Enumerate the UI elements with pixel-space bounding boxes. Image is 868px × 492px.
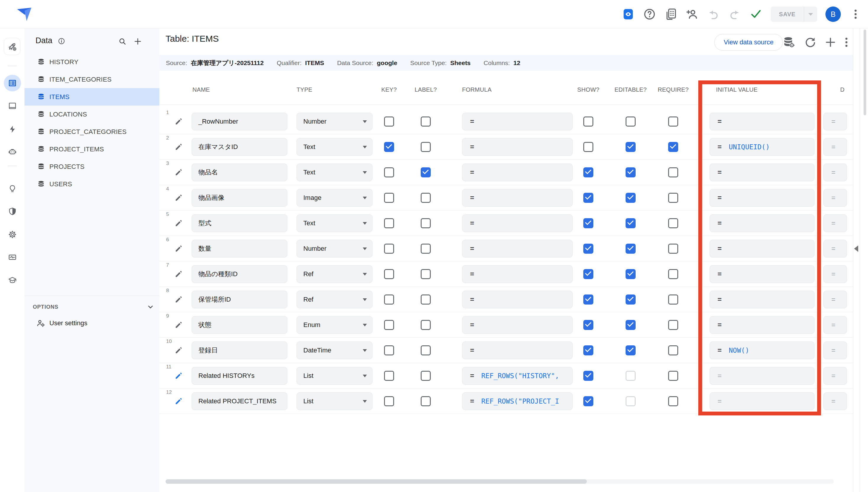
column-name-input[interactable]: 物品画像 [192, 189, 287, 207]
require-checkbox[interactable] [668, 167, 678, 177]
sidebar-table-project_categories[interactable]: PROJECT_CATEGORIES [25, 123, 159, 141]
edit-pencil-icon[interactable] [175, 117, 183, 125]
show-checkbox[interactable] [583, 244, 593, 254]
next-column-input-clipped[interactable]: = [823, 189, 847, 207]
show-checkbox[interactable] [583, 142, 593, 152]
label-checkbox[interactable] [421, 396, 431, 406]
initial-value-input[interactable]: =NOW() [710, 342, 815, 359]
label-checkbox[interactable] [421, 193, 431, 203]
vertical-scrollbar-thumb[interactable] [864, 30, 866, 115]
rail-item-bulb[interactable] [4, 180, 21, 197]
editable-checkbox[interactable] [626, 142, 636, 152]
next-column-input-clipped[interactable]: = [823, 138, 847, 156]
column-name-input[interactable]: 数量 [192, 240, 287, 257]
require-checkbox[interactable] [668, 142, 678, 152]
rail-item-shield[interactable] [4, 203, 21, 220]
show-checkbox[interactable] [583, 371, 593, 381]
edit-pencil-icon[interactable] [175, 270, 183, 278]
editable-checkbox[interactable] [626, 345, 636, 355]
next-column-input-clipped[interactable]: = [823, 113, 847, 130]
key-checkbox[interactable] [384, 295, 394, 304]
column-type-select[interactable]: Text [297, 138, 372, 156]
column-type-select[interactable]: Image [297, 189, 372, 207]
editable-checkbox[interactable] [626, 269, 636, 279]
key-checkbox[interactable] [384, 345, 394, 355]
editable-checkbox[interactable] [626, 117, 636, 126]
initial-value-input[interactable]: = [710, 392, 815, 410]
edit-pencil-icon[interactable] [175, 295, 183, 303]
sidebar-item-user-settings[interactable]: User settings [25, 316, 159, 330]
add-user-icon[interactable] [686, 8, 699, 21]
formula-input[interactable]: =REF_ROWS("PROJECT_I [462, 392, 573, 410]
sidebar-table-locations[interactable]: LOCATIONS [25, 105, 159, 123]
initial-value-input[interactable]: = [710, 164, 815, 181]
show-checkbox[interactable] [583, 396, 593, 406]
initial-value-input[interactable]: = [710, 291, 815, 309]
show-checkbox[interactable] [583, 295, 593, 304]
key-checkbox[interactable] [384, 244, 394, 254]
undo-icon[interactable] [707, 8, 720, 21]
require-checkbox[interactable] [668, 193, 678, 203]
key-checkbox[interactable] [384, 269, 394, 279]
label-checkbox[interactable] [421, 244, 431, 254]
require-checkbox[interactable] [668, 244, 678, 254]
sidebar-table-users[interactable]: USERS [25, 175, 159, 193]
editable-checkbox[interactable] [626, 396, 636, 406]
sidebar-table-projects[interactable]: PROJECTS [25, 158, 159, 175]
avatar[interactable]: B [825, 6, 841, 22]
column-name-input[interactable]: 物品名 [192, 164, 287, 181]
next-column-input-clipped[interactable]: = [823, 367, 847, 385]
formula-input[interactable]: = [462, 291, 573, 309]
initial-value-input[interactable]: = [710, 240, 815, 257]
initial-value-input[interactable]: = [710, 316, 815, 334]
search-icon[interactable] [118, 37, 127, 46]
column-name-input[interactable]: Related HISTORYs [192, 367, 287, 385]
key-checkbox[interactable] [384, 320, 394, 330]
formula-input[interactable]: = [462, 138, 573, 156]
require-checkbox[interactable] [668, 345, 678, 355]
deploy-status-button[interactable] [4, 38, 20, 55]
next-column-input-clipped[interactable]: = [823, 240, 847, 257]
require-checkbox[interactable] [668, 371, 678, 381]
sidebar-table-project_items[interactable]: PROJECT_ITEMS [25, 141, 159, 158]
label-checkbox[interactable] [421, 345, 431, 355]
label-checkbox[interactable] [421, 295, 431, 304]
column-type-select[interactable]: Ref [297, 265, 372, 283]
initial-value-input[interactable]: =UNIQUEID() [710, 138, 815, 156]
next-column-input-clipped[interactable]: = [823, 214, 847, 232]
column-type-select[interactable]: DateTime [297, 342, 372, 359]
rail-item-bolt[interactable] [4, 121, 21, 138]
show-checkbox[interactable] [583, 167, 593, 177]
key-checkbox[interactable] [384, 371, 394, 381]
editable-checkbox[interactable] [626, 244, 636, 254]
formula-input[interactable]: = [462, 189, 573, 207]
horizontal-scrollbar-thumb[interactable] [166, 479, 587, 484]
formula-input[interactable]: = [462, 214, 573, 232]
rail-item-grad-cap[interactable] [4, 272, 21, 289]
show-checkbox[interactable] [583, 117, 593, 126]
chevron-down-icon[interactable] [146, 303, 155, 311]
column-type-select[interactable]: Text [297, 214, 372, 232]
add-table-icon[interactable] [133, 37, 142, 46]
formula-input[interactable]: = [462, 265, 573, 283]
sidebar-table-item_categories[interactable]: ITEM_CATEGORIES [25, 71, 159, 88]
show-checkbox[interactable] [583, 269, 593, 279]
edit-pencil-icon[interactable] [175, 321, 183, 329]
initial-value-input[interactable]: = [710, 113, 815, 130]
show-checkbox[interactable] [583, 320, 593, 330]
edit-pencil-icon[interactable] [175, 397, 183, 405]
rail-item-desktop[interactable] [4, 98, 21, 114]
label-checkbox[interactable] [421, 167, 431, 177]
initial-value-input[interactable]: = [710, 367, 815, 385]
rail-item-bot[interactable] [4, 143, 21, 160]
label-checkbox[interactable] [421, 142, 431, 152]
redo-icon[interactable] [728, 8, 741, 21]
initial-value-input[interactable]: = [710, 214, 815, 232]
collapse-panel-icon[interactable] [854, 245, 858, 252]
help-icon[interactable] [643, 8, 656, 21]
sidebar-table-history[interactable]: HISTORY [25, 53, 159, 71]
label-checkbox[interactable] [421, 320, 431, 330]
rail-item-pulse-card[interactable] [4, 249, 21, 266]
edit-pencil-icon[interactable] [175, 194, 183, 202]
formula-input[interactable]: = [462, 240, 573, 257]
